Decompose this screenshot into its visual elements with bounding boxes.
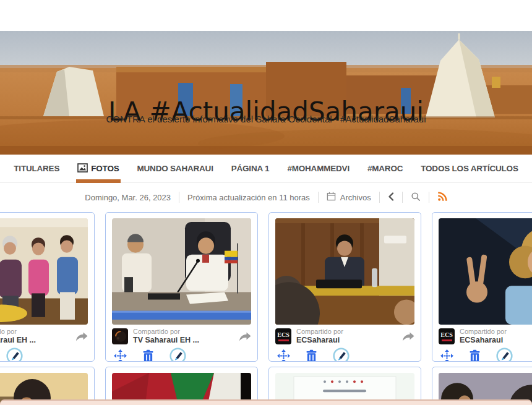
author-name[interactable]: ECSaharaui [460, 336, 532, 345]
archives-button[interactable]: Archivos [319, 192, 379, 203]
trash-icon[interactable] [306, 349, 317, 362]
diplomat-meeting-table-photo [275, 218, 414, 325]
photo-card: Compartido por TV Saharaui EH ... [0, 212, 95, 362]
card-photo[interactable] [275, 218, 414, 325]
nav-item-mundo-saharaui[interactable]: MUNDO SAHARAUI [137, 164, 213, 173]
author-name[interactable]: ECSaharaui [296, 336, 398, 345]
date-toolbar: Domingo, Mar. 26, 2023 Próxima actualiza… [0, 187, 532, 207]
ecs-logo-bar [442, 339, 452, 341]
current-date: Domingo, Mar. 26, 2023 [77, 193, 179, 202]
nav-label: FOTOS [91, 164, 119, 173]
nav-label: MUNDO SAHARAUI [137, 164, 213, 173]
share-arrow-icon[interactable] [235, 331, 251, 341]
edit-icon[interactable] [169, 347, 186, 362]
edit-icon[interactable] [6, 347, 23, 362]
rss-icon [437, 192, 447, 203]
card-photo[interactable] [112, 218, 251, 325]
nav-label: TODOS LOS ARTÍCULOS [421, 164, 518, 173]
president-signing-at-desk-photo [112, 218, 251, 325]
calendar-icon [327, 192, 336, 203]
share-arrow-icon[interactable] [398, 331, 414, 341]
avatar[interactable]: ECS [439, 328, 455, 344]
next-update-text: Próxima actualización en 11 horas [179, 193, 318, 202]
nav-item-mohammedvi[interactable]: #MOHAMMEDVI [287, 164, 350, 173]
ecs-logo-bar [278, 339, 289, 341]
card-meta: ECS Compartido por ECSaharaui [439, 328, 532, 344]
move-icon[interactable] [440, 349, 453, 362]
search-button[interactable] [403, 192, 429, 203]
trash-icon[interactable] [469, 349, 481, 362]
desert-header-image [0, 31, 532, 155]
active-tab-underline [76, 179, 120, 183]
rss-button[interactable] [429, 192, 455, 203]
woman-victory-sign-photo [439, 218, 532, 325]
avatar[interactable] [112, 328, 128, 344]
group-of-people-photo [0, 218, 88, 325]
card-actions [275, 347, 414, 362]
ecs-logo: ECS [440, 332, 452, 338]
nav-item-pagina-1[interactable]: PÁGINA 1 [231, 164, 270, 173]
nav-item-maroc[interactable]: #MAROC [367, 164, 403, 173]
edit-icon[interactable] [496, 347, 513, 362]
edit-icon[interactable] [333, 347, 350, 362]
card-actions [439, 347, 532, 362]
card-photo[interactable] [439, 218, 532, 325]
author-name[interactable]: TV Saharaui EH ... [133, 336, 235, 345]
shared-by-label: Compartido por [296, 328, 398, 336]
site-subtitle: CONTRA el desierto informativo del Sahar… [0, 114, 532, 124]
nav-item-titulares[interactable]: TITULARES [14, 164, 59, 173]
move-icon[interactable] [277, 349, 290, 362]
nav-label: #MAROC [367, 164, 403, 173]
photo-grid: Compartido por TV Saharaui EH ... [0, 212, 532, 405]
nav-item-fotos[interactable]: FOTOS [77, 163, 119, 174]
card-photo[interactable] [0, 218, 88, 325]
nav-label: #MOHAMMEDVI [287, 164, 350, 173]
photo-card: ECS Compartido por ECSaharaui [432, 212, 532, 362]
nav-label: TITULARES [14, 164, 59, 173]
card-meta: ECS Compartido por ECSaharaui [275, 328, 414, 344]
photos-icon [77, 163, 88, 174]
card-actions [112, 347, 251, 362]
chevron-left-icon [388, 192, 394, 203]
ecs-logo: ECS [277, 332, 289, 338]
shared-by-label: Compartido por [0, 328, 72, 336]
search-icon [411, 192, 421, 203]
nav-label: PÁGINA 1 [231, 164, 270, 173]
nav-item-todos-los-articulos[interactable]: TODOS LOS ARTÍCULOS [421, 164, 518, 173]
move-icon[interactable] [114, 349, 127, 362]
card-meta: Compartido por TV Saharaui EH ... [0, 328, 88, 344]
shared-by-label: Compartido por [460, 328, 532, 336]
author-name[interactable]: TV Saharaui EH ... [0, 336, 72, 345]
trash-icon[interactable] [142, 349, 154, 362]
tv-saharaui-logo [112, 328, 128, 344]
hero-header: LA #ActualidadSaharaui CONTRA el desiert… [0, 31, 532, 155]
main-nav: TITULARES FOTOS MUNDO SAHARAUI PÁGINA 1 … [0, 155, 532, 183]
card-actions [0, 347, 88, 362]
previous-page-button[interactable] [380, 192, 402, 203]
card-meta: Compartido por TV Saharaui EH ... [112, 328, 251, 344]
shared-by-label: Compartido por [133, 328, 235, 336]
avatar[interactable]: ECS [275, 328, 291, 344]
photo-card: Compartido por TV Saharaui EH ... [105, 212, 258, 362]
photo-card: ECS Compartido por ECSaharaui [268, 212, 421, 362]
bottom-banner [0, 399, 532, 405]
archives-label: Archivos [340, 193, 371, 202]
share-arrow-icon[interactable] [72, 331, 88, 341]
